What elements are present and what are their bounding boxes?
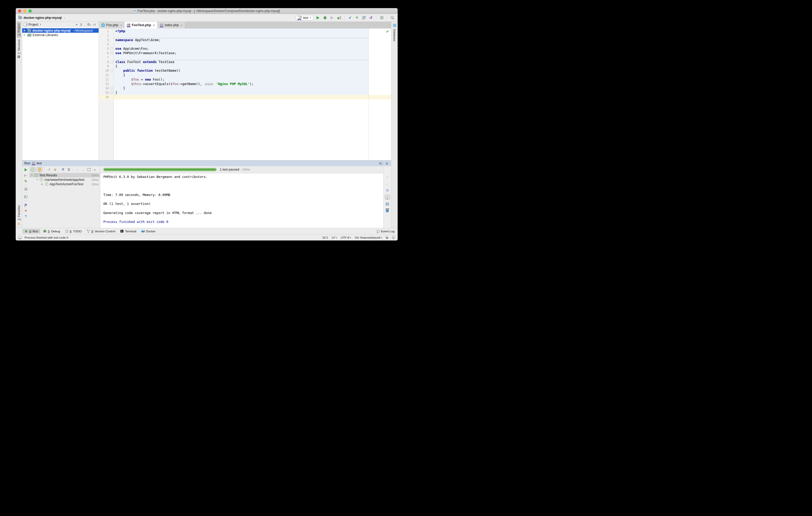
run-tool-window: Run php test ⚙▾ ! ↻ xyxy=(22,160,391,228)
vcs-update-button[interactable] xyxy=(347,15,352,21)
fold-marker-icon[interactable]: − xyxy=(110,47,113,50)
listen-debug-connections-button[interactable] xyxy=(337,15,342,21)
lock-icon[interactable] xyxy=(386,237,388,239)
collapse-all-icon[interactable] xyxy=(80,23,83,26)
editor-tab-0[interactable]: CFoo.php× xyxy=(99,22,124,29)
tool-window-tab-favorites[interactable]: 2: Favorites xyxy=(17,203,21,222)
close-tab-icon[interactable]: × xyxy=(24,208,28,212)
run-with-coverage-button[interactable] xyxy=(329,15,335,21)
expander-icon[interactable]: ▼ xyxy=(31,174,33,176)
soft-wrap-icon[interactable] xyxy=(385,188,390,192)
fold-marker-icon[interactable]: ∧ xyxy=(110,52,113,54)
tool-window-tab-project[interactable]: 1: Project xyxy=(17,22,21,37)
pin-tab-icon[interactable] xyxy=(24,203,28,207)
project-panel-title[interactable]: Project xyxy=(29,23,38,26)
run-configuration-selector[interactable]: ✓ php test ▼ xyxy=(296,15,313,21)
gear-icon[interactable]: ⚙▾ xyxy=(379,162,383,165)
code-line: use App\Acme\Foo; xyxy=(114,47,391,51)
search-everywhere-button[interactable] xyxy=(390,15,395,21)
console-output[interactable]: PHPUnit 6.3.0 by Sebastian Bergmann and … xyxy=(100,173,391,228)
close-icon[interactable]: × xyxy=(153,23,155,27)
console-line: Generating code coverage report in HTML … xyxy=(103,211,381,215)
test-tree-row[interactable]: ▼✓Test Results10ms xyxy=(29,173,100,177)
next-occurrence-icon[interactable]: ↓ xyxy=(81,167,86,172)
minimize-window-button[interactable] xyxy=(23,9,26,12)
close-icon[interactable]: × xyxy=(120,23,122,27)
collapse-all-icon[interactable] xyxy=(66,167,71,172)
sort-by-duration-icon[interactable]: ↓ xyxy=(52,167,57,172)
fold-marker-icon[interactable]: − xyxy=(110,61,113,63)
close-window-button[interactable] xyxy=(18,9,21,12)
toggle-toolwindows-icon[interactable] xyxy=(18,236,22,239)
tool-window-button-todo[interactable]: 6: TODO xyxy=(63,229,84,233)
restore-layout-icon[interactable] xyxy=(24,195,28,199)
rerun-button[interactable] xyxy=(24,168,28,172)
chevron-down-icon[interactable]: ▼ xyxy=(39,23,41,26)
vcs-commit-button[interactable] xyxy=(354,15,359,21)
sort-alphabetically-icon[interactable]: ↓az xyxy=(46,167,51,172)
hide-panel-icon[interactable] xyxy=(93,23,96,26)
status-bar: Process finished with exit code 0 16:1 L… xyxy=(16,234,398,240)
inspection-ok-icon[interactable]: ✔ xyxy=(386,30,389,33)
highlighting-level-icon[interactable] xyxy=(392,236,395,239)
scroll-down-icon[interactable]: ↓ xyxy=(385,181,390,186)
show-passed-toggle[interactable]: ✓ xyxy=(30,167,36,172)
rerun-failed-tests-icon[interactable]: ! xyxy=(24,173,28,177)
console-line: Time: 7.09 seconds, Memory: 6.00MB xyxy=(103,193,381,197)
hide-tool-window-icon[interactable] xyxy=(385,162,388,165)
line-number: 16 xyxy=(99,95,114,99)
fold-marker-icon[interactable]: − xyxy=(110,69,113,72)
previous-occurrence-icon[interactable]: ↑ xyxy=(75,167,80,172)
rollback-button[interactable]: ↺ xyxy=(368,15,374,21)
editor-code[interactable]: <?phpnamespace AppTest\Acme;use App\Acme… xyxy=(114,29,391,160)
editor-tab-1[interactable]: phpFooTest.php× xyxy=(124,22,157,29)
line-separator-widget[interactable]: LF▲▼ xyxy=(332,236,337,239)
expander-icon[interactable]: ▼ xyxy=(36,178,38,181)
event-log-button[interactable]: Event Log xyxy=(377,230,395,233)
encoding-widget[interactable]: UTF-8▲▼ xyxy=(341,236,351,239)
show-ignored-toggle[interactable] xyxy=(37,167,42,172)
export-test-results-icon[interactable] xyxy=(87,167,91,172)
recent-changes-button[interactable] xyxy=(361,15,367,21)
window-controls xyxy=(16,9,32,12)
tool-window-tab-structure[interactable]: 7: Structure xyxy=(17,37,21,60)
stop-button[interactable] xyxy=(379,15,384,21)
debug-button[interactable] xyxy=(322,15,327,21)
test-tree-row[interactable]: ▼✓/var/www/html/web/app/test10ms xyxy=(29,177,100,182)
tool-window-button-versioncontrol[interactable]: 9: Version Control xyxy=(85,229,117,233)
toolbar-overflow-icon[interactable]: » xyxy=(92,167,97,172)
editor-tab-2[interactable]: phpindex.php× xyxy=(157,22,185,29)
help-icon[interactable]: ? xyxy=(24,214,28,218)
tool-window-button-docker[interactable]: Docker xyxy=(139,229,157,233)
git-branch-widget[interactable]: Git: feature/phpunit▲▼ xyxy=(355,236,382,239)
tool-window-button-debug[interactable]: 5: Debug xyxy=(41,229,62,233)
expander-icon[interactable]: ▶ xyxy=(24,29,26,32)
code-line: { xyxy=(114,73,391,78)
fold-marker-icon[interactable]: ∧ xyxy=(110,87,113,89)
project-root-row[interactable]: ▶ docker-nginx-php-mysql ~/Workspace/ xyxy=(22,28,98,33)
toggle-auto-test-icon[interactable]: ↻ xyxy=(24,179,28,183)
run-button[interactable] xyxy=(315,15,320,21)
expand-all-icon[interactable] xyxy=(61,167,65,172)
clear-all-icon[interactable] xyxy=(385,208,390,213)
zoom-window-button[interactable] xyxy=(29,9,32,12)
test-tree-row[interactable]: ▶✓AppTest\Acme\FooTest10ms xyxy=(29,182,100,186)
stop-process-button[interactable] xyxy=(24,187,28,191)
caret-position-widget[interactable]: 16:1 xyxy=(322,236,328,239)
locate-file-icon[interactable]: ⌖ xyxy=(76,23,78,27)
tool-window-button-run[interactable]: 4: Run xyxy=(23,229,40,233)
external-libraries-row[interactable]: ▶ External Libraries xyxy=(22,33,98,37)
tool-window-tab-database[interactable]: Database xyxy=(393,27,397,43)
breadcrumb[interactable]: docker-nginx-php-mysql › xyxy=(18,16,65,20)
scroll-to-end-icon[interactable]: ↓ xyxy=(385,195,390,200)
tool-window-button-terminal[interactable]: >_Terminal xyxy=(118,229,138,233)
console-line xyxy=(103,179,381,183)
fold-marker-icon[interactable]: ∧ xyxy=(110,91,113,94)
expander-icon[interactable]: ▶ xyxy=(41,183,44,185)
scroll-up-icon[interactable]: ↑ xyxy=(385,175,390,179)
print-icon[interactable] xyxy=(385,202,390,206)
gear-icon[interactable]: ⚙▾ xyxy=(87,23,91,26)
expander-icon[interactable]: ▶ xyxy=(24,34,26,36)
close-icon[interactable]: × xyxy=(180,23,182,27)
test-progress-bar xyxy=(103,168,216,171)
